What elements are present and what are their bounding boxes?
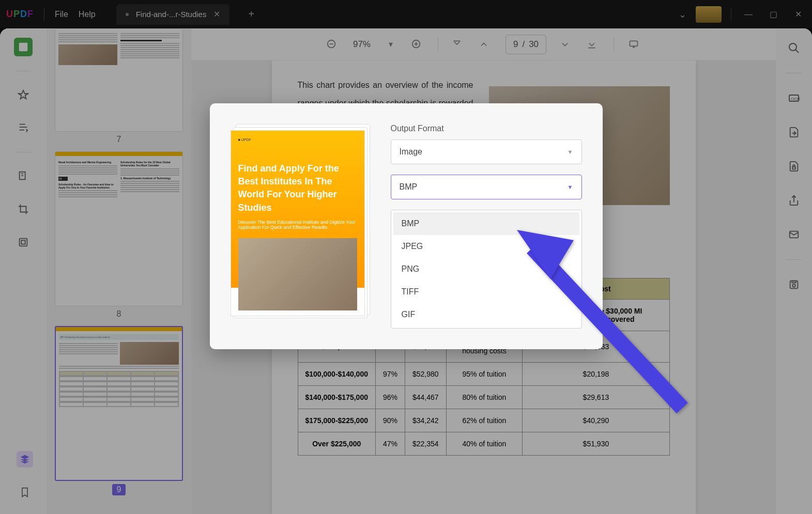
format-option-tiff[interactable]: TIFF — [393, 281, 579, 303]
dialog-form: Output Format Image ▼ BMP ▼ BMP JPEG PNG… — [391, 124, 582, 329]
format-dropdown: BMP JPEG PNG TIFF GIF — [391, 210, 582, 329]
preview-image — [238, 238, 357, 310]
format-option-png[interactable]: PNG — [393, 258, 579, 281]
select-value: Image — [400, 147, 422, 157]
modal-overlay: ■ UPDF Find and Apply For the Best Insti… — [0, 0, 812, 514]
format-option-gif[interactable]: GIF — [393, 303, 579, 326]
format-option-jpeg[interactable]: JPEG — [393, 235, 579, 258]
format-option-bmp[interactable]: BMP — [393, 212, 579, 235]
export-dialog: ■ UPDF Find and Apply For the Best Insti… — [210, 103, 603, 349]
preview-title: Find and Apply For the Best Institutes I… — [238, 162, 357, 214]
image-format-select[interactable]: BMP ▼ — [391, 175, 582, 199]
chevron-down-icon: ▼ — [568, 149, 573, 155]
select-value: BMP — [400, 182, 418, 192]
preview-thumbnail: ■ UPDF Find and Apply For the Best Insti… — [231, 124, 370, 320]
chevron-down-icon: ▼ — [568, 184, 573, 190]
output-format-label: Output Format — [391, 124, 582, 133]
preview-subtitle: Discover The Best Educational Institute … — [238, 220, 357, 230]
output-format-select[interactable]: Image ▼ — [391, 139, 582, 164]
